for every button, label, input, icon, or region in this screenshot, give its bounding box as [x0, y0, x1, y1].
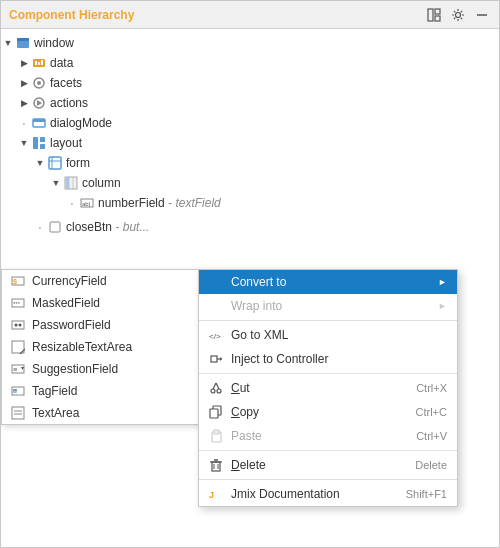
tree-item-data[interactable]: data — [1, 53, 499, 73]
column-icon — [63, 175, 79, 191]
ctx-jmix-docs[interactable]: J Jmix Documentation Shift+F1 — [199, 482, 457, 506]
expand-window[interactable] — [1, 36, 15, 50]
jmix-icon: J — [207, 485, 225, 503]
column-label: column — [82, 176, 121, 190]
leaf-closeBtn — [33, 220, 47, 234]
dialog-icon — [31, 115, 47, 131]
component-hierarchy-panel: Component Hierarchy window — [0, 0, 500, 548]
svg-rect-0 — [428, 9, 433, 21]
list-item-suggestionfield[interactable]: ≡ SuggestionField — [2, 358, 200, 380]
tree-area: window data facets acti — [1, 29, 499, 547]
layout-label: layout — [50, 136, 82, 150]
ctx-cut-shortcut: Ctrl+X — [416, 382, 447, 394]
list-item-maskedfield[interactable]: *** MaskedField — [2, 292, 200, 314]
tree-item-numberField[interactable]: ab| numberField - textField — [1, 193, 499, 213]
expand-column[interactable] — [49, 176, 63, 190]
list-item-currencyfield[interactable]: $ CurrencyField — [2, 270, 200, 292]
expand-layout[interactable] — [17, 136, 31, 150]
convert-arrow: ► — [438, 277, 447, 287]
ctx-cut[interactable]: Cut Ctrl+X — [199, 376, 457, 400]
panel-header: Component Hierarchy — [1, 1, 499, 29]
leaf-numberField — [65, 196, 79, 210]
ctx-jmix-shortcut: Shift+F1 — [406, 488, 447, 500]
maskedfield-icon: *** — [10, 295, 26, 311]
title-highlight: Hierarchy — [79, 8, 134, 22]
svg-rect-9 — [38, 62, 40, 65]
expand-facets[interactable] — [17, 76, 31, 90]
currencyfield-icon: $ — [10, 273, 26, 289]
ctx-paste[interactable]: Paste Ctrl+V — [199, 424, 457, 448]
context-menu: Convert to ► Wrap into ► </> Go to XML — [198, 269, 458, 507]
minimize-icon[interactable] — [473, 6, 491, 24]
tree-item-window[interactable]: window — [1, 33, 499, 53]
ctx-convert-to[interactable]: Convert to ► — [199, 270, 457, 294]
svg-rect-19 — [49, 157, 61, 169]
list-item-passwordfield[interactable]: PasswordField — [2, 314, 200, 336]
suggestionfield-label: SuggestionField — [32, 362, 118, 376]
tree-item-column[interactable]: column — [1, 173, 499, 193]
svg-rect-44 — [12, 407, 24, 419]
list-item-textarea[interactable]: TextArea — [2, 402, 200, 424]
expand-form[interactable] — [33, 156, 47, 170]
ctx-go-to-xml[interactable]: </> Go to XML — [199, 323, 457, 347]
xml-icon: </> — [207, 326, 225, 344]
svg-point-34 — [15, 324, 18, 327]
header-actions — [425, 6, 491, 24]
ctx-copy[interactable]: Copy Ctrl+C — [199, 400, 457, 424]
svg-rect-58 — [214, 430, 219, 434]
expand-data[interactable] — [17, 56, 31, 70]
wrap-arrow: ► — [438, 301, 447, 311]
svg-text:$: $ — [13, 278, 17, 286]
tree-item-actions[interactable]: actions — [1, 93, 499, 113]
svg-point-3 — [456, 12, 461, 17]
tagfield-label: TagField — [32, 384, 77, 398]
svg-rect-59 — [212, 462, 220, 471]
list-item-resizabletextarea[interactable]: ResizableTextArea — [2, 336, 200, 358]
svg-rect-2 — [435, 16, 440, 21]
closeBtn-icon — [47, 219, 63, 235]
ctx-wrap-into[interactable]: Wrap into ► — [199, 294, 457, 318]
svg-rect-10 — [41, 60, 43, 65]
ctx-jmix-label: Jmix Documentation — [231, 487, 398, 501]
svg-text:***: *** — [13, 301, 21, 307]
svg-text:≡: ≡ — [13, 366, 17, 373]
list-item-tagfield[interactable]: tag TagField — [2, 380, 200, 402]
cut-icon — [207, 379, 225, 397]
svg-rect-56 — [210, 409, 218, 418]
tree-item-form[interactable]: form — [1, 153, 499, 173]
layout-icon[interactable] — [425, 6, 443, 24]
title-text-static: Component — [9, 8, 79, 22]
resizabletextarea-icon — [10, 339, 26, 355]
layout-node-icon — [31, 135, 47, 151]
textarea-label: TextArea — [32, 406, 79, 420]
ctx-copy-shortcut: Ctrl+C — [416, 406, 447, 418]
ctx-paste-shortcut: Ctrl+V — [416, 430, 447, 442]
tree-item-dialogMode[interactable]: dialogMode — [1, 113, 499, 133]
panel-title: Component Hierarchy — [9, 8, 134, 22]
ctx-divider-2 — [199, 373, 457, 374]
svg-rect-8 — [35, 61, 37, 65]
closeBtn-label: closeBtn - but... — [66, 220, 149, 234]
gear-icon[interactable] — [449, 6, 467, 24]
ctx-divider-3 — [199, 450, 457, 451]
numberField-label: numberField - textField — [98, 196, 221, 210]
ctx-inject-label: Inject to Controller — [231, 352, 447, 366]
window-icon — [15, 35, 31, 51]
svg-marker-50 — [220, 357, 222, 361]
tree-item-layout[interactable]: layout — [1, 133, 499, 153]
convert-icon — [207, 273, 225, 291]
ctx-delete[interactable]: Delete Delete — [199, 453, 457, 477]
svg-rect-16 — [33, 137, 38, 149]
expand-actions[interactable] — [17, 96, 31, 110]
ctx-paste-label: Paste — [231, 429, 408, 443]
svg-text:tag: tag — [14, 389, 21, 395]
tree-item-closeBtn[interactable]: closeBtn - but... — [1, 217, 499, 237]
textarea-icon — [10, 405, 26, 421]
passwordfield-icon — [10, 317, 26, 333]
ctx-inject-controller[interactable]: Inject to Controller — [199, 347, 457, 371]
tree-item-facets[interactable]: facets — [1, 73, 499, 93]
svg-rect-15 — [33, 119, 45, 122]
svg-line-54 — [216, 383, 219, 389]
ctx-divider-1 — [199, 320, 457, 321]
wrap-icon — [207, 297, 225, 315]
